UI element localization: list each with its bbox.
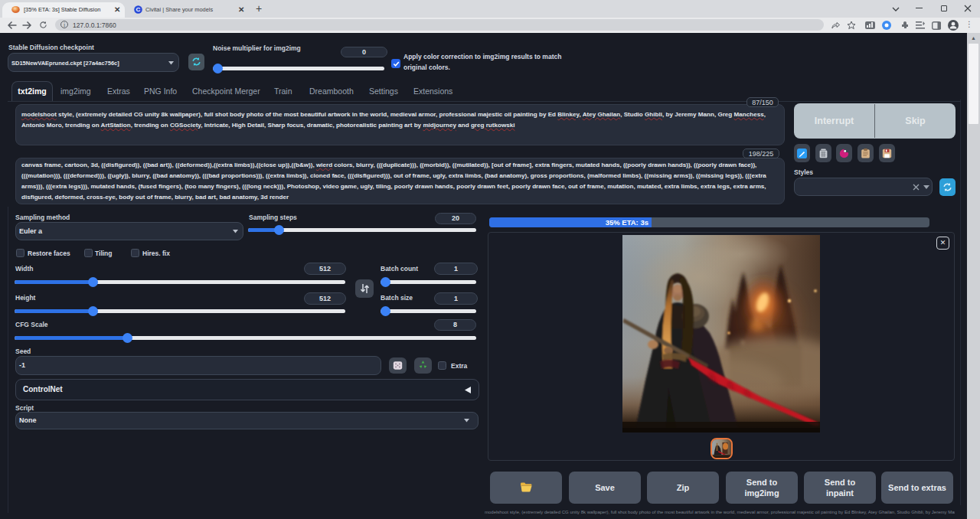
svg-text:C: C [136, 6, 141, 13]
